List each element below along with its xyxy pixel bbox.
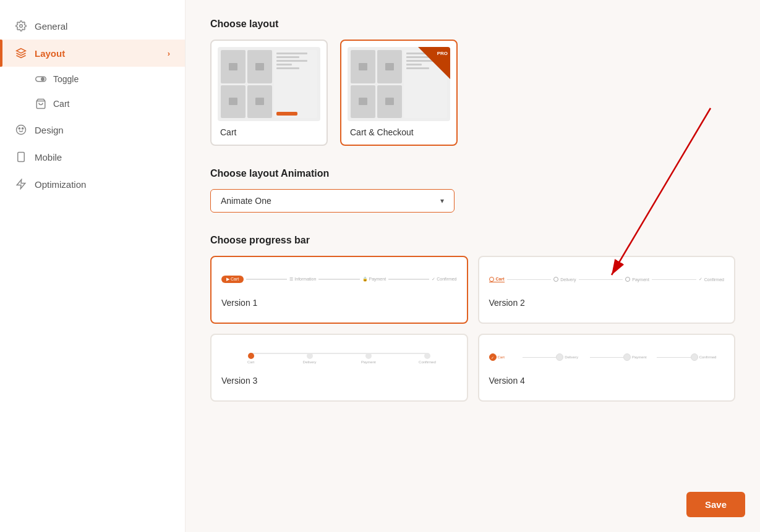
save-button[interactable]: Save <box>686 492 745 517</box>
choose-layout-title: Choose layout <box>210 19 735 30</box>
v2-label: Version 2 <box>489 298 725 308</box>
progress-card-v2[interactable]: Cart Delivery Payment ✓ Confirmed <box>478 256 736 324</box>
choose-layout-section: Choose layout <box>210 19 735 146</box>
v1-step-confirmed: ✓ Confirmed <box>432 277 456 282</box>
sidebar-item-optimization-label: Optimization <box>35 179 86 190</box>
animation-dropdown-value: Animate One <box>221 196 271 206</box>
v4-step-cart: ✓ Cart <box>489 353 523 361</box>
sidebar-item-mobile[interactable]: Mobile <box>0 143 185 171</box>
v2-step-confirmed: ✓ Confirmed <box>699 277 724 282</box>
choose-progress-title: Choose progress bar <box>210 235 735 246</box>
cart-preview <box>218 47 320 121</box>
palette-icon <box>15 124 27 136</box>
progress-card-v3[interactable]: Cart Delivery Payment Confirmed <box>210 334 468 402</box>
gear-icon <box>15 20 27 32</box>
v3-step-cart: Cart <box>247 360 254 364</box>
chevron-right-icon: › <box>168 49 170 58</box>
cart-icon <box>35 98 47 110</box>
progress-cards-grid: ▶ Cart ☰ Information 🔒 Payment ✓ Confirm… <box>210 256 735 402</box>
v1-step-cart: ▶ Cart <box>221 276 244 283</box>
v4-step-payment: Payment <box>623 353 657 361</box>
mobile-icon <box>15 151 27 163</box>
svg-point-3 <box>41 78 45 81</box>
sidebar-item-optimization[interactable]: Optimization <box>0 171 185 198</box>
layout-card-cart[interactable]: Cart <box>210 40 328 146</box>
sidebar-item-design-label: Design <box>35 125 64 135</box>
sidebar-item-toggle-label: Toggle <box>53 74 79 84</box>
svg-point-7 <box>22 128 23 129</box>
v4-label: Version 4 <box>489 376 725 386</box>
svg-marker-10 <box>17 180 25 189</box>
svg-point-5 <box>17 125 26 135</box>
animation-dropdown[interactable]: Animate One ▾ <box>210 189 455 213</box>
svg-marker-1 <box>17 49 26 54</box>
v3-step-delivery: Delivery <box>303 360 317 364</box>
v4-step-delivery: Delivery <box>556 353 589 361</box>
sidebar: General Layout › Toggle Cart <box>0 0 186 532</box>
v4-preview: ✓ Cart Delivery Payment <box>489 345 725 369</box>
v2-step-delivery: Delivery <box>553 277 576 282</box>
layout-card-cart-checkout[interactable]: PRO <box>340 40 458 146</box>
v2-preview: Cart Delivery Payment ✓ Confirmed <box>489 267 725 292</box>
save-button-container: Save <box>686 492 745 517</box>
sidebar-item-mobile-label: Mobile <box>35 152 62 163</box>
v3-step-confirmed: Confirmed <box>419 360 436 364</box>
sidebar-item-toggle[interactable]: Toggle <box>0 67 185 91</box>
v2-step-payment: Payment <box>625 277 649 282</box>
cart-checkout-card-label: Cart & Checkout <box>348 126 450 138</box>
v3-preview: Cart Delivery Payment Confirmed <box>221 345 457 369</box>
progress-card-v1[interactable]: ▶ Cart ☰ Information 🔒 Payment ✓ Confirm… <box>210 256 468 324</box>
sidebar-item-cart-label: Cart <box>53 99 69 109</box>
choose-animation-title: Choose layout Animation <box>210 168 735 179</box>
chevron-down-icon: ▾ <box>440 196 444 205</box>
v4-step-confirmed: Confirmed <box>691 353 724 361</box>
choose-animation-section: Choose layout Animation Animate One ▾ <box>210 168 735 213</box>
cart-checkout-preview: PRO <box>348 47 450 121</box>
v2-step-cart: Cart <box>489 277 505 282</box>
toggle-icon <box>35 73 47 85</box>
bolt-icon <box>15 178 27 190</box>
sidebar-item-design[interactable]: Design <box>0 116 185 143</box>
v1-step-payment: 🔒 Payment <box>362 277 386 282</box>
sidebar-item-cart[interactable]: Cart <box>0 91 185 116</box>
progress-card-v4[interactable]: ✓ Cart Delivery Payment <box>478 334 736 402</box>
svg-point-0 <box>20 25 23 28</box>
main-content: Choose layout <box>186 0 760 532</box>
choose-progress-section: Choose progress bar ▶ Cart ☰ Information… <box>210 235 735 402</box>
sidebar-item-layout[interactable]: Layout › <box>0 40 185 67</box>
v1-preview: ▶ Cart ☰ Information 🔒 Payment ✓ Confirm… <box>221 267 457 292</box>
sidebar-item-general-label: General <box>35 21 67 32</box>
cart-card-label: Cart <box>218 126 320 138</box>
sidebar-item-layout-label: Layout <box>35 48 65 59</box>
layers-icon <box>15 47 27 59</box>
v3-label: Version 3 <box>221 376 457 386</box>
v1-step-info: ☰ Information <box>289 277 316 282</box>
sidebar-item-general[interactable]: General <box>0 12 185 40</box>
v3-step-payment: Payment <box>361 360 376 364</box>
svg-point-6 <box>19 128 20 129</box>
layout-cards: Cart PRO <box>210 40 735 146</box>
v1-label: Version 1 <box>221 298 457 308</box>
